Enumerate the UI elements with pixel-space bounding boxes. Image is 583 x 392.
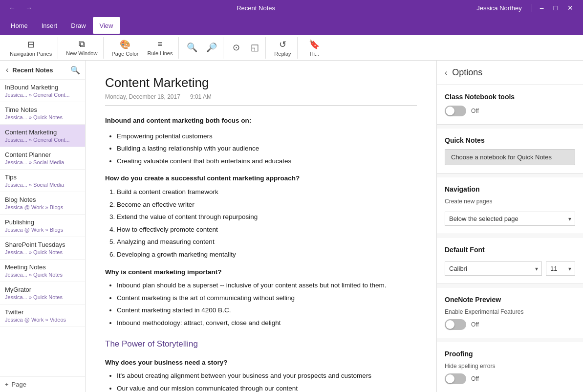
zoom-in-icon: 🔎 [206, 42, 217, 53]
onenote-preview-subtitle: Enable Experimental Features [445, 308, 575, 315]
note-time: 9:01 AM [190, 93, 212, 100]
sidebar-item-mygrator[interactable]: MyGrator Jessica... » Quick Notes [0, 282, 85, 305]
toolbar-group-panes: ⊟ Navigation Panes [4, 37, 58, 59]
proofing-toggle[interactable] [445, 373, 466, 384]
dock-button[interactable]: ◱ [246, 37, 263, 59]
font-size-dropdown[interactable]: 8910 111214 161820 242836 [546, 261, 575, 276]
sidebar-item-content-marketing[interactable]: Content Marketing Jessica... » General C… [0, 125, 85, 147]
onenote-preview-toggle-knob [446, 320, 454, 329]
proofing-toggle-container: Off [445, 373, 575, 384]
sidebar-search-button[interactable]: 🔍 [70, 65, 80, 75]
navigation-panes-button[interactable]: ⊟ Navigation Panes [6, 37, 56, 59]
note-ol-li-3: Extend the value of content through repu… [117, 212, 417, 222]
class-notebook-title: Class Notebook tools [445, 93, 575, 101]
note-ol-li-5: Analyzing and measuring content [117, 237, 417, 247]
add-page-label: Page [12, 381, 26, 388]
note-section-title-storytelling: The Power of Storytelling [105, 337, 417, 350]
navigation-dropdown-wrapper: Below the selected page At end of sectio… [445, 209, 575, 226]
rule-lines-icon: ≡ [157, 39, 163, 49]
note-question-3: Why does your business need a story? [105, 357, 417, 368]
menu-insert[interactable]: Insert [35, 17, 65, 34]
highlight-button[interactable]: 🔖 Hi... [302, 37, 327, 59]
note-question-1: How do you create a successful content m… [105, 173, 417, 184]
note-li-1: Empowering potential customers [117, 131, 417, 142]
page-color-button[interactable]: 🎨 Page Color [108, 37, 142, 59]
reading-view-icon: ⊙ [233, 42, 240, 53]
font-name-dropdown-wrapper: Calibri Arial Times New Roman Segoe UI [445, 259, 542, 276]
options-section-proofing: Proofing Hide spelling errors Off [437, 342, 583, 392]
back-button[interactable]: ← [6, 3, 19, 13]
sidebar-item-blog-notes[interactable]: Blog Notes Jessica @ Work » Blogs [0, 192, 85, 215]
maximize-button[interactable]: □ [550, 3, 561, 13]
class-notebook-toggle-label: Off [471, 108, 479, 114]
font-name-dropdown[interactable]: Calibri Arial Times New Roman Segoe UI [445, 261, 542, 276]
zoom-out-icon: 🔍 [187, 42, 197, 53]
zoom-out-button[interactable]: 🔍 [183, 37, 201, 59]
note-ol-li-1: Build a content creation framework [117, 187, 417, 197]
sidebar-item-meeting-notes[interactable]: Meeting Notes Jessica... » Quick Notes [0, 260, 85, 282]
choose-notebook-button[interactable]: Choose a notebook for Quick Notes [445, 149, 575, 165]
options-section-quick-notes: Quick Notes Choose a notebook for Quick … [437, 129, 583, 174]
note-title: Content Marketing [105, 75, 417, 90]
navigation-dropdown[interactable]: Below the selected page At end of sectio… [445, 212, 575, 226]
page-color-icon: 🎨 [120, 39, 130, 50]
title-bar: ← → Recent Notes Jessica Northey – □ ✕ [0, 0, 583, 16]
replay-button[interactable]: ↺ Replay [270, 37, 295, 59]
add-page-icon: + [5, 381, 9, 388]
note-li-5: Content marketing is the art of communic… [117, 293, 417, 304]
main-area: ‹ Recent Notes 🔍 InBound Marketing Jessi… [0, 61, 583, 392]
font-row: Calibri Arial Times New Roman Segoe UI 8… [445, 259, 575, 276]
note-li-3: Creating valuable content that both ente… [117, 156, 417, 167]
sidebar-item-twitter[interactable]: Twitter Jessica @ Work » Videos [0, 305, 85, 327]
toolbar: ⊟ Navigation Panes ⧉ New Window 🎨 Page C… [0, 35, 583, 61]
menu-home[interactable]: Home [4, 17, 35, 34]
note-ol-li-4: How to effectively promote content [117, 224, 417, 235]
reading-view-button[interactable]: ⊙ [227, 37, 245, 59]
toolbar-group-page: 🎨 Page Color ≡ Rule Lines [106, 37, 179, 59]
note-li-9: Our value and our mission communicated t… [117, 383, 417, 392]
font-size-dropdown-wrapper: 8910 111214 161820 242836 [546, 259, 575, 276]
onenote-preview-title: OneNote Preview [445, 296, 575, 304]
sidebar-item-content-planner[interactable]: Content Planner Jessica... » Social Medi… [0, 147, 85, 170]
title-bar-navigation: ← → [6, 3, 35, 13]
note-question-2: Why is content marketing important? [105, 267, 417, 278]
note-li-7: Inbound methodology: attract, convert, c… [117, 318, 417, 328]
sidebar-item-publishing[interactable]: Publishing Jessica @ Work » Blogs [0, 215, 85, 237]
user-name: Jessica Northey [476, 4, 521, 12]
rule-lines-button[interactable]: ≡ Rule Lines [143, 37, 176, 59]
options-section-default-font: Default Font Calibri Arial Times New Rom… [437, 238, 583, 284]
menu-bar: Home Insert Draw View [0, 16, 583, 35]
zoom-in-button[interactable]: 🔎 [202, 37, 221, 59]
window-title: Recent Notes [237, 4, 275, 12]
note-li-8: It's about creating alignment between yo… [117, 370, 417, 381]
sidebar-list: InBound Marketing Jessica... » General C… [0, 80, 85, 376]
sidebar-item-sharepoint-tuesdays[interactable]: SharePoint Tuesdays Jessica... » Quick N… [0, 237, 85, 260]
toolbar-group-replay: ↺ Replay [268, 37, 298, 59]
new-window-button[interactable]: ⧉ New Window [62, 37, 101, 59]
note-li-4: Inbound plan should be a superset -- inc… [117, 280, 417, 291]
sidebar-item-tips[interactable]: Tips Jessica... » Social Media [0, 170, 85, 192]
options-back-button[interactable]: ‹ [445, 68, 447, 77]
new-window-icon: ⧉ [79, 39, 85, 49]
onenote-preview-toggle[interactable] [445, 319, 466, 330]
forward-button[interactable]: → [22, 3, 35, 13]
toolbar-group-view: ⊙ ◱ [225, 37, 266, 59]
sidebar-item-time-notes[interactable]: Time Notes Jessica... » Quick Notes [0, 102, 85, 125]
note-ol-li-6: Developing a growth marketing mentality [117, 249, 417, 260]
title-bar-right: Jessica Northey – □ ✕ [476, 3, 577, 13]
menu-view[interactable]: View [93, 17, 120, 34]
class-notebook-toggle-container: Off [445, 106, 575, 116]
sidebar-item-inbound-marketing[interactable]: InBound Marketing Jessica... » General C… [0, 80, 85, 102]
options-panel: ‹ Options Class Notebook tools Off Quick… [436, 61, 583, 392]
note-area: Content Marketing Monday, December 18, 2… [86, 61, 436, 392]
title-separator [532, 4, 532, 12]
minimize-button[interactable]: – [536, 3, 548, 13]
add-page-button[interactable]: + Page [0, 376, 85, 392]
navigation-title: Navigation [445, 185, 575, 193]
options-header: ‹ Options [437, 61, 583, 85]
menu-draw[interactable]: Draw [64, 17, 92, 34]
sidebar-back-button[interactable]: ‹ [5, 65, 9, 75]
note-body: Inbound and content marketing both focus… [105, 115, 417, 392]
class-notebook-toggle[interactable] [445, 106, 466, 116]
close-button[interactable]: ✕ [563, 3, 577, 13]
